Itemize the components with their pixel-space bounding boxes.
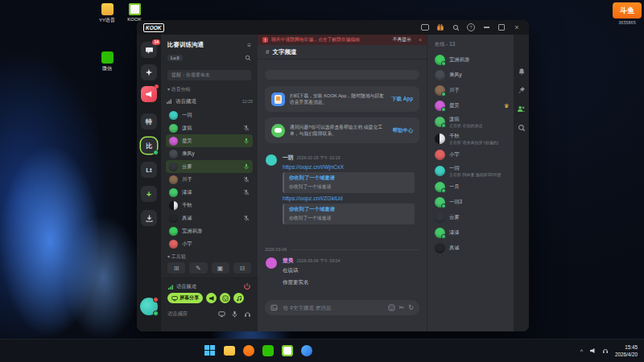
rail-home-button[interactable]: 14 [141,42,157,58]
gift-icon[interactable] [436,23,444,31]
member-row[interactable]: 川子 [432,83,511,98]
message-input-bar[interactable]: ✂ ↻ [265,300,419,315]
banner-close-icon[interactable]: × [419,37,422,43]
tool-edit-button[interactable]: ✎ [189,262,207,274]
close-button[interactable]: × [513,23,521,31]
add-server-button[interactable]: + [141,186,157,202]
taskbar-browser-icon[interactable] [299,343,313,357]
rail-server-bi-selected[interactable]: 比 [141,138,157,154]
member-row[interactable]: 云雾 [432,210,511,225]
emoji-icon[interactable] [388,304,395,311]
member-list-icon[interactable] [517,104,526,113]
rail-megaphone-button[interactable] [141,86,157,102]
member-row[interactable]: 泽泽 [432,225,511,241]
voice-channel-row[interactable]: 语音频道 11/25 [166,96,253,107]
voice-member-speaking[interactable]: 楚昊 [166,134,253,147]
image-icon[interactable] [270,304,278,311]
message-author[interactable]: 一玥 [283,154,294,162]
tray-chevron-icon[interactable]: ^ [580,348,583,354]
server-name[interactable]: 比赛训练沟通 [167,41,204,49]
date-divider: 2026-03-06 [265,247,419,252]
voice-member[interactable]: 一玥 [166,109,253,121]
tool-invite-button[interactable]: ⊞ [167,262,185,274]
search-icon[interactable] [452,23,460,31]
taskbar-kook-icon[interactable] [280,343,294,357]
screen-share-button[interactable]: 屏幕分享 [167,293,203,303]
help-center-link[interactable]: 帮助中心 [393,127,413,134]
member-row[interactable]: 宝洲易游 [432,52,511,68]
taskbar-wechat-icon[interactable] [261,343,275,357]
desktop-icon-kook[interactable]: KOOK [121,3,148,22]
message-input[interactable] [282,304,384,311]
pinned-messages-icon[interactable] [517,85,526,95]
rail-discover-button[interactable] [141,64,157,80]
soundpad-button[interactable] [206,293,217,303]
user-avatar[interactable] [140,298,158,315]
member-row[interactable]: 楚昊♛ [432,98,511,113]
voice-member[interactable]: 小宇 [166,237,253,250]
scissors-icon[interactable]: ✂ [399,304,405,311]
voice-member[interactable]: 泼病 [166,121,253,134]
rail-server-te[interactable]: 特 [141,113,157,130]
tool-bot-button[interactable]: ▣ [212,262,229,274]
voice-member[interactable]: 川子 [166,173,253,186]
desktop-icon-yy[interactable]: YY语音 [93,3,121,24]
invite-card[interactable]: 你收到了一个域邀请 你收到了一个域邀请 [283,204,415,224]
tool-apps-button[interactable]: ⊟ [233,262,251,274]
rail-server-lt[interactable]: Lt [141,162,157,178]
notifications-bell-icon[interactable] [517,67,526,76]
member-row[interactable]: 一玥正在听 阿砵夏 越南鼓3D环绕 [432,162,511,179]
download-app-link[interactable]: 下载 App [391,96,413,103]
invite-link[interactable]: https://oopz.cn/i/WjnCxX [283,164,421,170]
window-titlebar[interactable]: KOOK ? × [137,20,529,35]
member-row[interactable]: 小宇 [432,147,511,162]
history-icon[interactable]: ↻ [408,304,414,311]
voice-member-speaking[interactable]: 云雾 [166,160,253,173]
start-button[interactable] [203,343,217,357]
voice-group-header[interactable]: ▾ 语音分组 [167,86,191,93]
invite-link[interactable]: https://oopz.cn/i/ZGkiUd [283,195,421,201]
avatar[interactable] [266,257,277,269]
toolbox-header[interactable]: ▾ 工具箱 [167,253,251,261]
voice-member[interactable]: 千秋 [166,199,253,212]
server-menu-icon[interactable]: ≡ [247,42,251,49]
headset-tray-icon[interactable] [602,348,609,354]
help-icon[interactable]: ? [467,23,475,31]
collapsed-notice-bar[interactable] [265,70,419,80]
taskbar-explorer-icon[interactable] [222,343,236,357]
download-button[interactable] [141,210,157,226]
avatar[interactable] [266,154,277,166]
screen-icon[interactable] [218,311,225,318]
member-row[interactable]: 真诚 [432,241,511,256]
security-banner[interactable]: ! 聊天中谨防网络诈骗，点击了解防诈骗指南 不再提示 × [258,35,427,45]
mini-mode-icon[interactable] [421,23,429,31]
activity-button[interactable] [220,293,230,303]
volume-icon[interactable] [589,348,596,354]
member-row[interactable]: 一玥3 [432,195,511,210]
headphones-icon[interactable] [244,311,251,318]
member-row[interactable]: 乘风y [432,68,511,83]
search-icon[interactable] [517,123,526,133]
member-row[interactable]: 泼病正在听 在你的身边 [432,113,511,130]
message-author[interactable]: 楚昊 [283,257,294,265]
server-notice[interactable]: 提醒：你需要实名 [167,70,251,80]
desktop-icon-wechat[interactable]: 微信 [93,51,121,72]
voice-member[interactable]: 乘风y [166,147,253,160]
voice-member[interactable]: 宝洲易游 [166,224,253,237]
member-row[interactable]: 一月 [432,179,511,195]
disconnect-button[interactable] [243,282,251,290]
music-button[interactable] [233,293,244,303]
voice-member[interactable]: 真诚 [166,212,253,224]
search-icon[interactable] [245,55,251,61]
voice-mode-label[interactable]: 语音感应 [167,311,188,318]
maximize-button[interactable] [497,23,506,31]
voice-member[interactable]: 泽泽 [166,186,253,199]
mic-icon[interactable] [231,311,238,318]
banner-dismiss-button[interactable]: 不再提示 [393,36,411,43]
avatar [169,124,178,133]
member-row[interactable]: 千秋正在听 谁会来拆穿 (你编的) [432,130,511,147]
taskbar-clock[interactable]: 15:45 2026/4/20 [615,343,638,359]
invite-card[interactable]: 你收到了一个域邀请 你收到了一个域邀请 [283,172,415,193]
taskbar-douyu-icon[interactable] [242,343,255,357]
minimize-button[interactable] [482,23,490,31]
